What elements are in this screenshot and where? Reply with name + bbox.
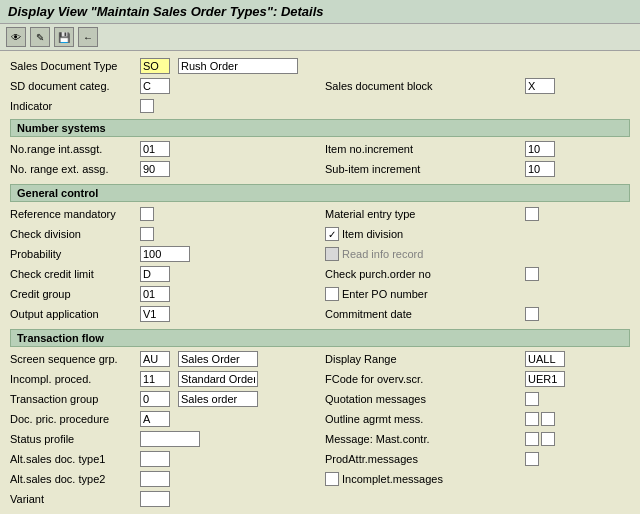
indicator-label: Indicator xyxy=(10,100,140,112)
check-credit-limit-label: Check credit limit xyxy=(10,268,140,280)
check-credit-limit-input[interactable] xyxy=(140,266,170,282)
sales-document-block-input[interactable] xyxy=(525,78,555,94)
doc-pric-procedure-input[interactable] xyxy=(140,411,170,427)
probability-label: Probability xyxy=(10,248,140,260)
credit-group-input[interactable] xyxy=(140,286,170,302)
quotation-messages-label: Quotation messages xyxy=(325,393,525,405)
outline-agrmt-checkbox2[interactable] xyxy=(541,412,555,426)
check-purch-order-checkbox[interactable] xyxy=(525,267,539,281)
sd-document-categ-label: SD document categ. xyxy=(10,80,140,92)
alt-sales-doc-type2-input[interactable] xyxy=(140,471,170,487)
message-mast-checkbox2[interactable] xyxy=(541,432,555,446)
message-mast-checkbox1[interactable] xyxy=(525,432,539,446)
alt-sales-doc-type1-input[interactable] xyxy=(140,451,170,467)
check-division-label: Check division xyxy=(10,228,140,240)
sales-document-type-label: Sales Document Type xyxy=(10,60,140,72)
sd-document-categ-input[interactable] xyxy=(140,78,170,94)
display-range-input[interactable] xyxy=(525,351,565,367)
no-range-int-input[interactable] xyxy=(140,141,170,157)
toolbar: 👁 ✎ 💾 ← xyxy=(0,24,640,51)
back-icon[interactable]: ← xyxy=(78,27,98,47)
incomplet-messages-label: Incomplet.messages xyxy=(342,473,443,485)
read-info-record-label: Read info record xyxy=(342,248,423,260)
item-no-increment-label: Item no.increment xyxy=(325,143,525,155)
alt-sales-doc-type1-label: Alt.sales doc. type1 xyxy=(10,453,140,465)
sales-document-type-input[interactable] xyxy=(140,58,170,74)
check-purch-order-label: Check purch.order no xyxy=(325,268,525,280)
status-profile-input[interactable] xyxy=(140,431,200,447)
doc-pric-procedure-label: Doc. pric. procedure xyxy=(10,413,140,425)
fcode-overv-input[interactable] xyxy=(525,371,565,387)
item-no-increment-input[interactable] xyxy=(525,141,555,157)
sub-item-increment-input[interactable] xyxy=(525,161,555,177)
transaction-group-label: Transaction group xyxy=(10,393,140,405)
reference-mandatory-label: Reference mandatory xyxy=(10,208,140,220)
message-mast-label: Message: Mast.contr. xyxy=(325,433,525,445)
reference-mandatory-checkbox[interactable] xyxy=(140,207,154,221)
transaction-group-input[interactable] xyxy=(140,391,170,407)
sales-document-type-name-input[interactable] xyxy=(178,58,298,74)
credit-group-label: Credit group xyxy=(10,288,140,300)
title-bar: Display View "Maintain Sales Order Types… xyxy=(0,0,640,24)
transaction-flow-header: Transaction flow xyxy=(10,329,630,347)
display-icon[interactable]: 👁 xyxy=(6,27,26,47)
fcode-overv-label: FCode for overv.scr. xyxy=(325,373,525,385)
sales-document-block-label: Sales document block xyxy=(325,80,525,92)
prod-attr-messages-label: ProdAttr.messages xyxy=(325,453,525,465)
incomplet-messages-checkbox[interactable] xyxy=(325,472,339,486)
no-range-int-label: No.range int.assgt. xyxy=(10,143,140,155)
check-division-checkbox[interactable] xyxy=(140,227,154,241)
material-entry-type-checkbox[interactable] xyxy=(525,207,539,221)
save-icon[interactable]: 💾 xyxy=(54,27,74,47)
incompl-proced-input[interactable] xyxy=(140,371,170,387)
quotation-messages-checkbox[interactable] xyxy=(525,392,539,406)
change-icon[interactable]: ✎ xyxy=(30,27,50,47)
variant-label: Variant xyxy=(10,493,140,505)
incompl-proced-label: Incompl. proced. xyxy=(10,373,140,385)
read-info-record-checkbox xyxy=(325,247,339,261)
display-range-label: Display Range xyxy=(325,353,525,365)
screen-sequence-name-input[interactable] xyxy=(178,351,258,367)
incompl-proced-name-input[interactable] xyxy=(178,371,258,387)
no-range-ext-input[interactable] xyxy=(140,161,170,177)
status-profile-label: Status profile xyxy=(10,433,140,445)
item-division-label: Item division xyxy=(342,228,403,240)
outline-agrmt-label: Outline agrmt mess. xyxy=(325,413,525,425)
enter-po-number-checkbox[interactable] xyxy=(325,287,339,301)
commitment-date-checkbox[interactable] xyxy=(525,307,539,321)
number-systems-header: Number systems xyxy=(10,119,630,137)
no-range-ext-label: No. range ext. assg. xyxy=(10,163,140,175)
general-control-header: General control xyxy=(10,184,630,202)
item-division-checkbox[interactable] xyxy=(325,227,339,241)
output-application-input[interactable] xyxy=(140,306,170,322)
indicator-checkbox[interactable] xyxy=(140,99,154,113)
variant-input[interactable] xyxy=(140,491,170,507)
probability-input[interactable] xyxy=(140,246,190,262)
enter-po-number-label: Enter PO number xyxy=(342,288,428,300)
transaction-group-name-input[interactable] xyxy=(178,391,258,407)
commitment-date-label: Commitment date xyxy=(325,308,525,320)
sub-item-increment-label: Sub-item increment xyxy=(325,163,525,175)
prod-attr-messages-checkbox[interactable] xyxy=(525,452,539,466)
outline-agrmt-checkbox1[interactable] xyxy=(525,412,539,426)
screen-sequence-input[interactable] xyxy=(140,351,170,367)
screen-sequence-label: Screen sequence grp. xyxy=(10,353,140,365)
output-application-label: Output application xyxy=(10,308,140,320)
alt-sales-doc-type2-label: Alt.sales doc. type2 xyxy=(10,473,140,485)
material-entry-type-label: Material entry type xyxy=(325,208,525,220)
page-title: Display View "Maintain Sales Order Types… xyxy=(8,4,324,19)
